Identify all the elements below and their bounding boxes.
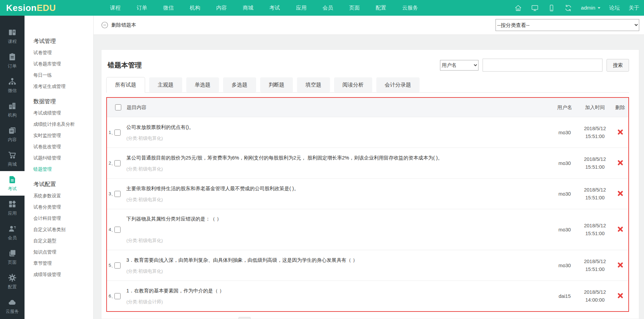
top-menu-item[interactable]: 考试 bbox=[269, 4, 280, 12]
search-field-select[interactable]: 用户名 bbox=[440, 60, 478, 71]
submenu-entry[interactable]: 每日一练 bbox=[33, 70, 93, 81]
top-menu-item[interactable]: 机构 bbox=[190, 4, 200, 12]
sidebar-module-item[interactable]: 页面 bbox=[0, 245, 25, 269]
pages-icon bbox=[8, 249, 17, 258]
minus-circle-icon bbox=[101, 21, 108, 29]
delete-x-icon[interactable] bbox=[617, 226, 623, 232]
delete-x-icon[interactable] bbox=[617, 262, 623, 268]
submenu-entry[interactable]: 考试成绩管理 bbox=[33, 107, 93, 119]
submenu-entry[interactable]: 会计科目管理 bbox=[33, 213, 93, 224]
pagination-partial[interactable] bbox=[238, 317, 251, 319]
desktop-icon[interactable] bbox=[531, 4, 539, 12]
question-type-tab[interactable]: 阅读分析 bbox=[334, 77, 372, 92]
submenu-entry[interactable]: 考试管理 bbox=[33, 35, 93, 47]
submenu-entry[interactable]: 数据管理 bbox=[33, 96, 93, 107]
submenu-entry[interactable]: 系统参数设置 bbox=[33, 190, 93, 201]
sidebar-module-item[interactable]: 课程 bbox=[0, 24, 25, 48]
row-join-time: 2018/5/12 15:51:00 bbox=[578, 125, 612, 140]
row-checkbox[interactable] bbox=[114, 130, 121, 136]
question-type-tab[interactable]: 主观题 bbox=[149, 77, 182, 92]
question-row: 2、 某公司普通股目前的股价为25元/股，筹资费率为6%，刚刚支付的每股股利为2… bbox=[107, 148, 628, 178]
row-checkbox[interactable] bbox=[114, 227, 121, 233]
top-menu-item[interactable]: 应用 bbox=[296, 4, 307, 12]
sidebar-module-item[interactable]: 订单 bbox=[0, 48, 25, 73]
row-checkbox[interactable] bbox=[114, 191, 121, 197]
row-checkbox[interactable] bbox=[114, 160, 121, 166]
top-menu-item[interactable]: 订单 bbox=[137, 4, 147, 12]
mobile-icon[interactable] bbox=[548, 4, 555, 12]
search-button[interactable]: 搜索 bbox=[607, 59, 629, 72]
submenu-entry[interactable]: 错题管理 bbox=[33, 164, 93, 175]
submenu-entry[interactable]: 试卷分类管理 bbox=[33, 201, 93, 213]
delete-x-icon[interactable] bbox=[617, 191, 623, 196]
delete-x-icon[interactable] bbox=[617, 160, 623, 166]
sidebar-module-item[interactable]: 配置 bbox=[0, 269, 25, 294]
sidebar-module-item[interactable]: 内容 bbox=[0, 122, 25, 147]
submenu-entry[interactable]: 成绩统计排名及分析 bbox=[33, 119, 93, 130]
top-menu-item[interactable]: 会员 bbox=[323, 4, 333, 12]
submenu-entry[interactable]: 知识点管理 bbox=[33, 246, 93, 258]
member-icon bbox=[8, 224, 17, 233]
submenu-entry[interactable]: 考试配置 bbox=[33, 179, 93, 190]
orders-icon bbox=[8, 52, 17, 61]
submenu-entry[interactable]: 试卷管理 bbox=[33, 47, 93, 58]
question-block: 公司发放股票股利的优点有()。 (分类:初级电算化) bbox=[121, 119, 551, 146]
config-icon bbox=[8, 273, 17, 282]
delete-wrongbook-button[interactable]: 删除错题本 bbox=[101, 21, 136, 29]
sidebar-module-item[interactable]: 商城 bbox=[0, 147, 25, 171]
submenu-entry[interactable]: 准考证生成管理 bbox=[33, 81, 93, 92]
submenu-entry[interactable]: 章节管理 bbox=[33, 258, 93, 269]
sidebar-module-item[interactable]: 考试 bbox=[0, 171, 25, 196]
top-menu-item[interactable]: 微信 bbox=[163, 4, 174, 12]
module-sidebar: 课程 订单 微信 机构 内容 商城 bbox=[0, 16, 25, 319]
submenu-entry[interactable]: 自定义试卷类别 bbox=[33, 224, 93, 235]
row-number: 6、 bbox=[109, 293, 114, 299]
refresh-icon[interactable] bbox=[564, 4, 572, 12]
submenu-entry[interactable]: 试题纠错管理 bbox=[33, 152, 93, 164]
row-username: dai15 bbox=[551, 293, 578, 299]
wrong-question-table: 题目内容 用户名 加入时间 删除 1、 公司发放股票股利的优点有()。 (分类:… bbox=[106, 97, 629, 312]
home-icon[interactable] bbox=[514, 4, 522, 12]
submenu-entry[interactable]: 试卷批改管理 bbox=[33, 141, 93, 152]
top-menu-item[interactable]: 配置 bbox=[376, 4, 386, 12]
delete-x-icon[interactable] bbox=[617, 129, 623, 135]
logo-text-kesion: Kesion bbox=[6, 3, 37, 13]
question-text: 1．在教育的基本要素国，作为中介的是（ ） bbox=[126, 287, 545, 294]
admin-user-menu[interactable]: admin bbox=[581, 5, 600, 11]
sidebar-module-item[interactable]: 机构 bbox=[0, 97, 25, 122]
top-menu-item[interactable]: 云服务 bbox=[402, 4, 418, 12]
row-checkbox[interactable] bbox=[114, 293, 121, 299]
sidebar-module-item[interactable]: 会员 bbox=[0, 220, 25, 245]
question-type-tab[interactable]: 单选题 bbox=[186, 77, 219, 92]
question-row: 3、 主要依靠股利维持生活的股东和养老基金管理人最不赞成的公司股利政策是( )。… bbox=[107, 178, 628, 209]
select-all-checkbox[interactable] bbox=[115, 104, 121, 110]
search-group: 用户名 搜索 bbox=[440, 59, 629, 72]
submenu-entry[interactable]: 成绩等级管理 bbox=[33, 269, 93, 280]
question-type-tab[interactable]: 填空题 bbox=[297, 77, 330, 92]
top-menu-item[interactable]: 内容 bbox=[216, 4, 227, 12]
submenu-entry[interactable]: 自定义题型 bbox=[33, 235, 93, 246]
question-type-tab[interactable]: 多选题 bbox=[223, 77, 256, 92]
about-link[interactable]: 关于 bbox=[629, 4, 639, 12]
category-filter-select[interactable]: --按分类查看-- bbox=[496, 19, 639, 31]
row-username: mo30 bbox=[551, 191, 578, 197]
mall-icon bbox=[8, 151, 17, 160]
question-type-tab[interactable]: 判断题 bbox=[260, 77, 293, 92]
question-type-tab[interactable]: 所有试题 bbox=[106, 77, 145, 93]
submenu-entry[interactable]: 试卷题库管理 bbox=[33, 58, 93, 70]
row-checkbox[interactable] bbox=[114, 262, 121, 269]
question-type-tab[interactable]: 会计分录题 bbox=[376, 77, 420, 92]
top-menu-item[interactable]: 商城 bbox=[243, 4, 253, 12]
delete-x-icon[interactable] bbox=[617, 293, 623, 299]
submenu-entry[interactable]: 实时监控管理 bbox=[33, 130, 93, 141]
sidebar-module-item[interactable]: 微信 bbox=[0, 73, 25, 97]
top-menu-item[interactable]: 课程 bbox=[110, 4, 121, 12]
card-header: 错题本管理 用户名 搜索 bbox=[106, 58, 629, 72]
top-menu-item[interactable]: 页面 bbox=[349, 4, 360, 12]
question-text: 3．教育需要由浅入深，由简单到复杂、由具体到抽象，由低级到高级，这是因为学生的身… bbox=[126, 257, 545, 263]
forum-link[interactable]: 论坛 bbox=[609, 4, 620, 12]
sidebar-module-item[interactable]: 应用 bbox=[0, 196, 25, 220]
search-input[interactable] bbox=[483, 59, 602, 72]
sidebar-module-item[interactable]: 云服务 bbox=[0, 294, 25, 318]
courses-icon bbox=[8, 28, 17, 37]
